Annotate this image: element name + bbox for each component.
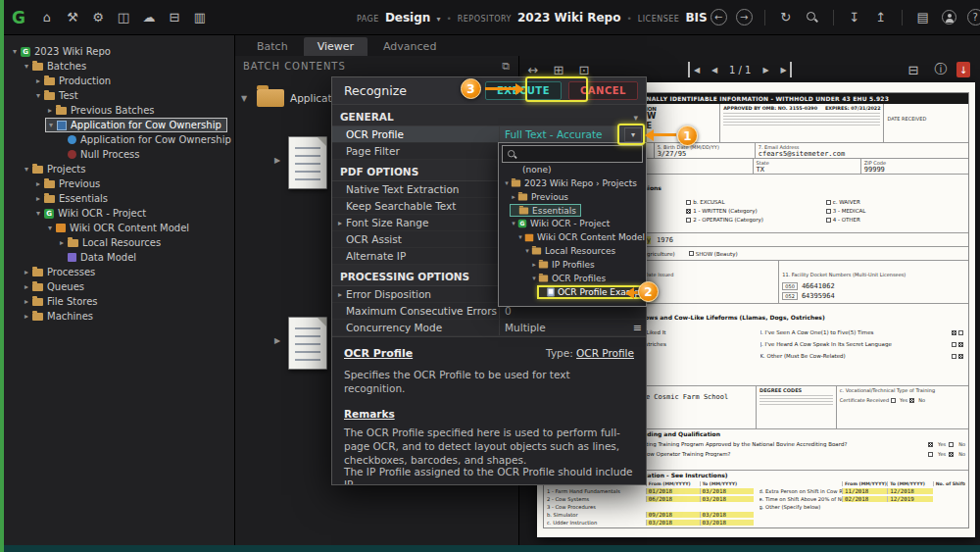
chevron-right-icon[interactable]: ▸ (57, 238, 67, 247)
profile-tree-item[interactable]: ▾Wiki OCR Content Model (516, 230, 645, 244)
profile-tree-item[interactable]: ▸Previous (510, 190, 568, 204)
export-pdf-icon[interactable]: ↓ (956, 62, 970, 77)
prev-page-icon[interactable]: ◀ (707, 62, 722, 77)
chevron-right-icon[interactable]: ▸ (22, 268, 31, 276)
sidebar-item[interactable]: ▾Batches (22, 59, 86, 74)
help-type-link[interactable]: OCR Profile (576, 347, 634, 359)
sidebar-item[interactable]: Application for Cow Ownership (57, 132, 231, 147)
last-page-icon[interactable]: ▶ (776, 62, 792, 77)
menu-icon[interactable]: ≡ (633, 322, 642, 334)
chevron-right-icon[interactable]: ▸ (530, 261, 538, 269)
sidebar-item[interactable]: ▸Processes (22, 265, 95, 279)
stats-icon[interactable]: ▥ (188, 7, 212, 28)
chevron-down-icon[interactable]: ▾ (436, 15, 440, 24)
profile-tree-item[interactable]: OCR Profile Example (537, 285, 654, 299)
collapse-categories-icon[interactable]: ▾ (633, 113, 638, 123)
sidebar-item[interactable]: ▸Production (33, 74, 111, 88)
download-icon[interactable]: ↧ (843, 7, 866, 28)
chevron-right-icon[interactable]: ▸ (45, 106, 55, 115)
chevron-down-icon[interactable]: ▾ (22, 62, 31, 71)
cancel-button[interactable]: CANCEL (568, 81, 638, 100)
sidebar-item[interactable]: ▸Queues (22, 279, 84, 294)
property-value[interactable]: Multiple≡ (499, 320, 646, 335)
chevron-down-icon[interactable]: ▼ (241, 94, 251, 103)
chevron-right-icon[interactable]: ▸ (510, 193, 517, 201)
page-selector[interactable]: Design (385, 11, 431, 25)
sidebar-item[interactable]: ▾Wiki OCR - Project (33, 206, 146, 221)
chevron-right-icon[interactable]: ▸ (22, 282, 31, 291)
chevron-right-icon[interactable]: ▶ (274, 336, 284, 345)
dropdown-button[interactable]: ▾ (624, 127, 642, 142)
sidebar-item[interactable]: ▸Machines (22, 309, 93, 324)
chevron-down-icon[interactable]: ▾ (510, 220, 517, 227)
gear-icon[interactable]: ⚙ (86, 7, 110, 28)
home-icon[interactable]: ⌂ (35, 7, 59, 28)
chevron-right-icon[interactable]: ▸ (22, 297, 31, 306)
forward-icon[interactable]: → (736, 9, 753, 25)
user-icon[interactable] (938, 7, 961, 28)
tab-advanced[interactable]: Advanced (369, 37, 450, 56)
property-value[interactable]: Full Text - Accurate▾ (499, 126, 646, 142)
chevron-right-icon[interactable]: ▸ (22, 312, 31, 321)
chevron-down-icon[interactable]: ▾ (516, 233, 524, 241)
chevron-down-icon[interactable]: ▾ (10, 47, 20, 56)
dialog-header[interactable]: Recognize EXECUTE CANCEL (332, 77, 646, 105)
profile-search-input[interactable] (521, 149, 639, 159)
page-thumbnail[interactable] (288, 317, 327, 370)
profile-tree-item[interactable]: Essentials (510, 204, 581, 217)
execute-button[interactable]: EXECUTE (485, 81, 562, 100)
profile-tree-item[interactable]: ▸IP Profiles (530, 258, 595, 272)
sidebar-item[interactable]: ▾Projects (22, 162, 85, 176)
page-thumbnail[interactable] (288, 136, 327, 189)
profile-tree-item[interactable]: ▾Wiki OCR - Project (510, 217, 610, 230)
tools-icon[interactable]: ⚒ (61, 7, 84, 28)
chevron-down-icon[interactable]: ▾ (45, 224, 55, 232)
sidebar-item[interactable]: ▸Local Resources (57, 235, 161, 250)
print-icon[interactable]: ⊟ (902, 59, 925, 80)
sidebar-item[interactable]: Null Process (57, 147, 140, 162)
chevron-down-icon[interactable]: ▾ (523, 247, 531, 255)
search-icon[interactable] (801, 7, 824, 28)
chevron-down-icon[interactable]: ▾ (33, 91, 43, 100)
next-page-icon[interactable]: ▶ (758, 62, 773, 77)
help-icon[interactable]: ? (967, 9, 980, 25)
sidebar-item[interactable]: ▸Essentials (33, 191, 108, 206)
print-queue-icon[interactable]: ⊟ (163, 7, 186, 28)
sidebar-item[interactable]: ▾2023 Wiki Repo (10, 44, 111, 59)
sidebar-item[interactable]: ▾Wiki OCR Content Model (45, 221, 189, 235)
sidebar-item[interactable]: ▸File Stores (22, 294, 98, 309)
chevron-down-icon[interactable]: ▾ (46, 121, 56, 129)
cloud-upload-icon[interactable]: ☁ (137, 7, 161, 28)
sidebar-item[interactable]: ▾Application for Cow Ownership (45, 118, 227, 132)
profile-tree-item[interactable]: ▾2023 Wiki Repo › Projects (503, 176, 637, 190)
chevron-right-icon[interactable]: ▸ (33, 76, 43, 85)
chevron-down-icon[interactable]: ▾ (33, 209, 43, 218)
sidebar-item[interactable]: ▾Test (33, 88, 78, 103)
media-icon[interactable]: ◫ (112, 7, 135, 28)
grooper-logo[interactable]: G (12, 8, 25, 27)
upload-icon[interactable]: ↥ (869, 7, 893, 28)
profile-tree-item[interactable]: (none) (510, 163, 551, 176)
refresh-icon[interactable]: ↻ (774, 7, 798, 28)
info-icon[interactable]: ⓘ (929, 59, 953, 80)
back-icon[interactable]: ← (710, 9, 727, 25)
property-row-ocr-profile[interactable]: OCR ProfileFull Text - Accurate▾ (332, 126, 646, 143)
sidebar-item[interactable]: ▸Previous (33, 176, 100, 191)
chevron-down-icon[interactable]: ▾ (503, 179, 511, 187)
chevron-right-icon[interactable]: ▸ (33, 179, 43, 188)
property-row-concurrency-mode[interactable]: Concurrency ModeMultiple≡ (332, 320, 646, 336)
chevron-down-icon[interactable]: ▾ (22, 165, 31, 174)
tab-batch[interactable]: Batch (243, 37, 302, 56)
profile-tree-item[interactable]: ▾OCR Profiles (530, 272, 606, 285)
first-page-icon[interactable]: ◀ (688, 62, 704, 77)
sidebar-item[interactable]: ▸Previous Batches (45, 103, 155, 118)
profile-tree-item[interactable]: ▾Local Resources (523, 244, 615, 258)
expander-icon[interactable]: ▸ (338, 219, 346, 227)
chevron-down-icon[interactable]: ▾ (530, 275, 538, 282)
expander-icon[interactable]: ▸ (338, 290, 346, 299)
popout-icon[interactable]: ⧉ (502, 60, 511, 73)
chevron-right-icon[interactable]: ▸ (33, 194, 43, 203)
tab-viewer[interactable]: Viewer (304, 37, 368, 56)
layers-icon[interactable]: ▤ (911, 7, 935, 28)
sidebar-item[interactable]: Data Model (57, 250, 136, 265)
